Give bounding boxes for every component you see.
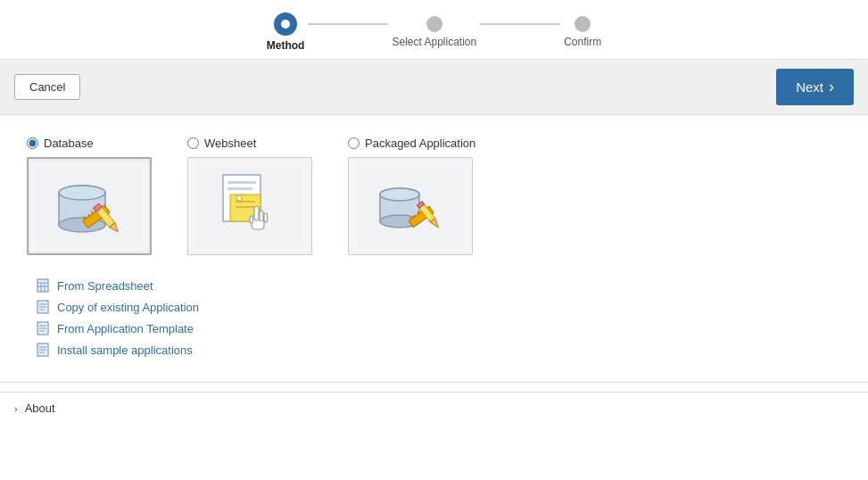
about-section: › About: [0, 392, 868, 424]
step-confirm-label: Confirm: [564, 36, 601, 48]
svg-rect-18: [227, 187, 252, 190]
wizard-steps: Method Select Application Confirm: [0, 0, 868, 60]
next-button[interactable]: Next ›: [776, 69, 854, 105]
svg-rect-41: [37, 279, 48, 292]
next-label: Next: [796, 79, 823, 95]
sub-link-from-spreadsheet[interactable]: From Spreadsheet: [36, 275, 841, 296]
sub-link-install-sample-label: Install sample applications: [57, 343, 193, 357]
sub-link-copy-existing[interactable]: Copy of existing Application: [36, 296, 841, 318]
svg-point-32: [380, 188, 419, 201]
toolbar: Cancel Next ›: [0, 60, 868, 115]
svg-rect-26: [264, 213, 268, 222]
option-database-label-row: Database: [27, 137, 94, 150]
about-label: About: [25, 401, 55, 415]
option-database-radio[interactable]: [27, 137, 38, 149]
option-websheet-image[interactable]: [187, 157, 312, 255]
step-select-application: Select Application: [392, 16, 476, 48]
template-icon: [36, 321, 50, 335]
step-select-application-circle: [426, 16, 442, 32]
cancel-button[interactable]: Cancel: [14, 74, 80, 100]
options-row: Database: [27, 137, 841, 255]
svg-rect-27: [250, 216, 253, 223]
option-packaged-text: Packaged Application: [365, 137, 475, 150]
sub-link-from-template-label: From Application Template: [57, 322, 194, 335]
sub-link-install-sample[interactable]: Install sample applications: [36, 339, 841, 360]
option-database-text: Database: [44, 137, 94, 150]
option-packaged-image[interactable]: [348, 157, 473, 255]
spreadsheet-icon: [36, 278, 50, 293]
step-method-label: Method: [267, 39, 305, 52]
option-packaged[interactable]: Packaged Application: [348, 137, 475, 255]
sub-links: From Spreadsheet Copy of existing Applic…: [36, 275, 841, 360]
step-method-circle: [274, 12, 297, 36]
copy-icon: [36, 300, 50, 314]
option-packaged-label-row: Packaged Application: [348, 137, 475, 150]
step-line-1: [308, 23, 388, 25]
option-websheet-text: Websheet: [204, 137, 256, 150]
about-chevron-icon: ›: [14, 403, 18, 414]
svg-rect-25: [260, 211, 263, 221]
sub-link-copy-existing-label: Copy of existing Application: [57, 301, 199, 314]
step-line-2: [480, 23, 560, 25]
svg-rect-24: [254, 206, 259, 220]
svg-rect-17: [227, 181, 256, 184]
sub-link-from-template[interactable]: From Application Template: [36, 318, 841, 339]
next-chevron-icon: ›: [829, 78, 834, 96]
option-websheet[interactable]: Websheet: [187, 137, 312, 255]
option-packaged-radio[interactable]: [348, 137, 360, 149]
svg-point-4: [59, 186, 105, 200]
svg-point-22: [236, 195, 242, 201]
sub-link-from-spreadsheet-label: From Spreadsheet: [57, 279, 153, 293]
option-websheet-label-row: Websheet: [187, 137, 256, 150]
step-confirm-circle: [575, 16, 591, 32]
bottom-border: [0, 382, 868, 383]
option-websheet-radio[interactable]: [187, 137, 199, 149]
option-database[interactable]: Database: [27, 137, 152, 255]
step-select-application-label: Select Application: [392, 36, 476, 48]
step-confirm: Confirm: [564, 16, 601, 48]
about-toggle[interactable]: › About: [14, 401, 854, 415]
main-content: Database: [0, 115, 868, 382]
sample-icon: [36, 343, 50, 357]
step-container: Method Select Application Confirm: [267, 12, 601, 52]
option-database-image[interactable]: [27, 157, 152, 255]
step-method: Method: [267, 12, 305, 52]
